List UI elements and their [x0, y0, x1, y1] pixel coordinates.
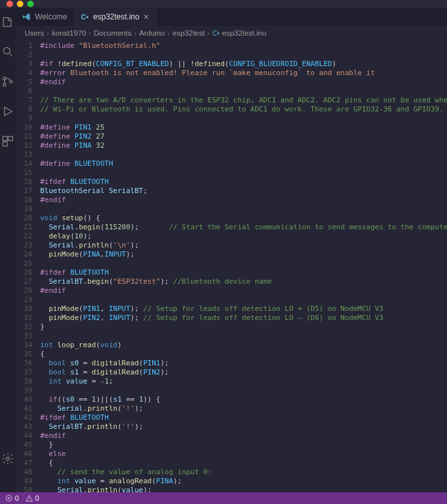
line-number: 41 — [16, 404, 32, 413]
code-line[interactable]: BluetoothSerial SerialBT; — [40, 187, 447, 196]
code-line[interactable] — [40, 259, 447, 268]
window-close-button[interactable] — [6, 1, 13, 7]
code-line[interactable]: #include "BluetoothSerial.h" — [40, 41, 447, 51]
line-number: 42 — [16, 413, 32, 422]
code-content[interactable]: #include "BluetoothSerial.h" #if !define… — [40, 40, 447, 492]
code-line[interactable]: } — [40, 323, 447, 332]
vscode-icon — [22, 12, 31, 21]
code-line[interactable]: int loop_read(void) — [40, 341, 447, 350]
code-line[interactable]: bool s1 = digitalRead(PIN2); — [40, 368, 447, 377]
code-line[interactable]: if((s0 == 1)||(s1 == 1)) { — [40, 395, 447, 404]
line-number: 45 — [16, 441, 32, 450]
code-line[interactable]: #ifdef BLUETOOTH — [40, 413, 447, 422]
code-line[interactable]: { — [40, 350, 447, 359]
tab-bar: Welcome C• esp32test.ino ✕ — [16, 8, 447, 26]
code-line[interactable]: Serial.begin(115200); // Start the Seria… — [40, 223, 447, 232]
line-number: 11 — [16, 132, 32, 141]
code-line[interactable] — [40, 295, 447, 304]
svg-rect-5 — [8, 137, 13, 141]
extensions-icon[interactable] — [0, 133, 16, 149]
line-number: 28 — [16, 286, 32, 295]
code-line[interactable]: { — [40, 459, 447, 468]
breadcrumb-item[interactable]: konst1970 — [52, 29, 86, 37]
line-number: 6 — [16, 87, 32, 96]
code-line[interactable] — [40, 168, 447, 178]
code-line[interactable]: pinMode(PINA,INPUT); — [40, 250, 447, 259]
explorer-icon[interactable] — [0, 14, 16, 30]
tab-esp32test[interactable]: C• esp32test.ino ✕ — [74, 8, 157, 26]
source-control-icon[interactable] — [0, 74, 16, 89]
code-line[interactable]: #ifdef BLUETOOTH — [40, 268, 447, 277]
breadcrumb-item[interactable]: C•esp32test.ino — [212, 29, 266, 37]
code-editor[interactable]: 1234567891011121314151617181920212223242… — [16, 40, 447, 492]
line-number: 20 — [16, 214, 32, 223]
line-number: 14 — [16, 159, 32, 168]
code-line[interactable]: #endif — [40, 286, 447, 295]
code-line[interactable]: #define PIN1 25 — [40, 123, 447, 132]
breadcrumb-item[interactable]: Arduino — [139, 29, 165, 37]
code-line[interactable]: int value = -1; — [40, 377, 447, 386]
code-line[interactable]: pinMode(PIN2, INPUT); // Setup for leads… — [40, 314, 447, 323]
breadcrumb[interactable]: Users›konst1970›Documents›Arduino›esp32t… — [16, 26, 447, 40]
line-number: 7 — [16, 96, 32, 105]
breadcrumb-item[interactable]: esp32test — [172, 29, 205, 37]
code-line[interactable] — [40, 51, 447, 60]
status-warnings[interactable]: 0 — [25, 494, 39, 502]
settings-gear-icon[interactable] — [0, 451, 16, 466]
run-debug-icon[interactable] — [0, 104, 16, 119]
code-line[interactable]: #ifdef BLUETOOTH — [40, 178, 447, 187]
code-line[interactable] — [40, 114, 447, 123]
code-line[interactable]: #if !defined(CONFIG_BT_ENABLED) || !defi… — [40, 60, 447, 69]
code-line[interactable] — [40, 386, 447, 395]
code-line[interactable]: } — [40, 441, 447, 450]
svg-point-1 — [3, 77, 6, 80]
chevron-right-icon: › — [47, 29, 49, 37]
code-line[interactable]: SerialBT.println('!'); — [40, 422, 447, 431]
breadcrumb-item[interactable]: Documents — [94, 29, 132, 37]
code-line[interactable]: else — [40, 450, 447, 459]
line-number: 15 — [16, 168, 32, 178]
code-line[interactable]: #endif — [40, 431, 447, 441]
code-line[interactable] — [40, 87, 447, 96]
line-number: 34 — [16, 341, 32, 350]
code-line[interactable]: bool s0 = digitalRead(PIN1); — [40, 359, 447, 368]
window-minimize-button[interactable] — [17, 1, 23, 7]
search-icon[interactable] — [0, 44, 16, 60]
code-line[interactable]: #define PIN2 27 — [40, 132, 447, 141]
code-line[interactable]: #define BLUETOOTH — [40, 159, 447, 168]
line-number: 50 — [16, 486, 32, 492]
code-line[interactable]: // There are two A/D converters in the E… — [40, 96, 447, 105]
line-number: 24 — [16, 250, 32, 259]
code-line[interactable]: #error Bluetooth is not enabled! Please … — [40, 69, 447, 78]
breadcrumb-item[interactable]: Users — [25, 29, 44, 37]
line-number: 27 — [16, 277, 32, 286]
activity-bar — [0, 8, 16, 492]
code-line[interactable]: delay(10); — [40, 232, 447, 241]
svg-point-7 — [6, 457, 10, 461]
code-line[interactable]: // send the value of analog input 0: — [40, 468, 447, 477]
code-line[interactable]: #endif — [40, 196, 447, 205]
line-number: 49 — [16, 477, 32, 486]
code-line[interactable]: #define PINA 32 — [40, 141, 447, 150]
code-line[interactable]: Serial.println('\n'); — [40, 241, 447, 250]
code-line[interactable] — [40, 332, 447, 341]
close-icon[interactable]: ✕ — [143, 13, 151, 21]
status-errors[interactable]: 0 — [5, 494, 19, 502]
line-number: 18 — [16, 196, 32, 205]
code-line[interactable] — [40, 150, 447, 159]
code-line[interactable]: // Wi-Fi or Bluetooth is used. Pins conn… — [40, 105, 447, 114]
code-line[interactable]: int value = analogRead(PINA); — [40, 477, 447, 486]
tab-welcome[interactable]: Welcome — [16, 8, 74, 26]
code-line[interactable] — [40, 205, 447, 214]
code-line[interactable]: #endif — [40, 78, 447, 87]
line-number: 33 — [16, 332, 32, 341]
code-line[interactable]: void setup() { — [40, 214, 447, 223]
code-line[interactable]: Serial.println('!'); — [40, 404, 447, 413]
code-line[interactable]: SerialBT.begin("ESP32test"); //Bluetooth… — [40, 277, 447, 286]
window-maximize-button[interactable] — [27, 1, 34, 7]
line-number: 1 — [16, 41, 32, 51]
code-line[interactable]: pinMode(PIN1, INPUT); // Setup for leads… — [40, 304, 447, 314]
code-line[interactable]: Serial.println(value); — [40, 486, 447, 492]
line-number: 29 — [16, 295, 32, 304]
svg-point-3 — [10, 80, 12, 83]
